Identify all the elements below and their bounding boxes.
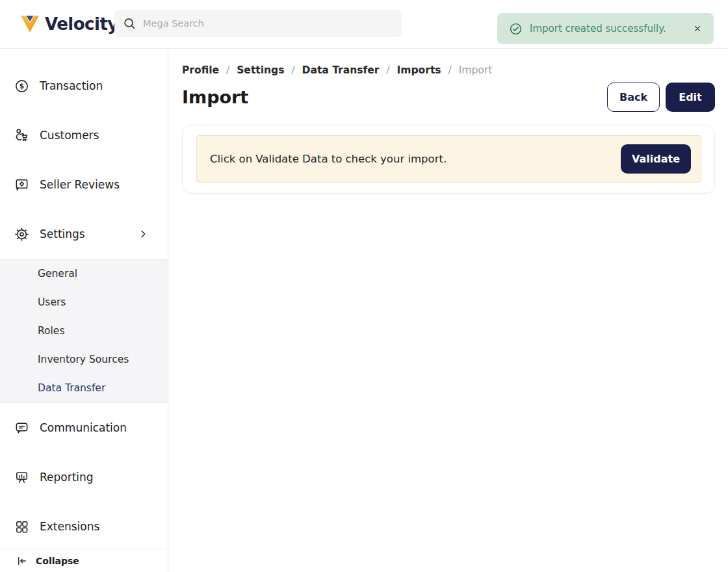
sidebar-item-communication[interactable]: Communication (0, 403, 168, 452)
search-icon (122, 16, 136, 31)
toast-message: Import created successfully. (530, 23, 666, 34)
brand-logo[interactable]: Velocity (20, 14, 118, 34)
back-button[interactable]: Back (607, 83, 660, 112)
sidebar-item-reporting[interactable]: Reporting (0, 452, 168, 502)
sidebar-item-label: Communication (40, 421, 127, 434)
review-bubble-icon (14, 177, 29, 192)
validate-button[interactable]: Validate (621, 144, 691, 174)
collapse-arrow-icon (16, 555, 28, 567)
collapse-button[interactable]: Collapse (0, 549, 168, 572)
success-toast: Import created successfully. (497, 13, 714, 44)
chat-bubble-icon (14, 421, 29, 436)
breadcrumb-profile[interactable]: Profile (182, 64, 219, 76)
breadcrumb-imports[interactable]: Imports (397, 64, 441, 76)
edit-button[interactable]: Edit (666, 83, 715, 112)
sidebar-item-transaction[interactable]: $ Transaction (0, 61, 168, 110)
title-row: Import Back Edit (182, 83, 715, 112)
toast-close-button[interactable] (690, 21, 705, 36)
breadcrumb-separator: / (448, 64, 452, 76)
close-icon (693, 24, 702, 33)
breadcrumb-separator: / (386, 64, 389, 76)
breadcrumb-separator: / (226, 64, 229, 76)
breadcrumb: Profile / Settings / Data Transfer / Imp… (182, 64, 715, 76)
sidebar: $ Transaction Customers Seller Reviews (0, 49, 168, 572)
svg-text:$: $ (20, 82, 24, 90)
submenu-item-data-transfer[interactable]: Data Transfer (0, 374, 168, 402)
breadcrumb-settings[interactable]: Settings (237, 64, 284, 76)
brand-name: Velocity (45, 14, 118, 34)
submenu-item-users[interactable]: Users (0, 288, 168, 317)
sidebar-item-label: Settings (40, 228, 85, 240)
sidebar-item-label: Reporting (40, 471, 94, 484)
validate-notice: Click on Validate Data to check your imp… (196, 135, 701, 183)
search-bar[interactable] (114, 10, 402, 37)
submenu-item-inventory-sources[interactable]: Inventory Sources (0, 345, 168, 374)
sidebar-item-customers[interactable]: Customers (0, 110, 168, 160)
sidebar-item-label: Transaction (40, 79, 103, 92)
sidebar-item-label: Seller Reviews (40, 178, 120, 191)
submenu-item-general[interactable]: General (0, 259, 168, 288)
sidebar-item-label: Extensions (40, 520, 99, 533)
sidebar-item-settings[interactable]: Settings (0, 209, 168, 259)
search-input[interactable] (143, 18, 394, 29)
grid-squares-icon (14, 519, 29, 534)
chevron-right-icon (138, 229, 148, 239)
collapse-label: Collapse (36, 556, 79, 566)
dollar-circle-icon: $ (14, 79, 29, 94)
velocity-logo-icon (20, 15, 40, 33)
gear-icon (14, 227, 29, 242)
presentation-board-icon (14, 470, 29, 485)
sidebar-item-label: Customers (40, 129, 99, 142)
top-header: Velocity Import created successfully. (0, 0, 728, 49)
breadcrumb-separator: / (291, 64, 294, 76)
breadcrumb-data-transfer[interactable]: Data Transfer (302, 64, 380, 76)
main-content: Profile / Settings / Data Transfer / Imp… (168, 49, 728, 572)
check-circle-icon (509, 22, 523, 36)
sidebar-item-extensions[interactable]: Extensions (0, 502, 168, 551)
submenu-item-roles[interactable]: Roles (0, 317, 168, 345)
validate-notice-text: Click on Validate Data to check your imp… (210, 153, 447, 165)
sidebar-item-seller-reviews[interactable]: Seller Reviews (0, 160, 168, 209)
page-actions: Back Edit (607, 83, 715, 112)
import-card: Click on Validate Data to check your imp… (182, 125, 715, 194)
breadcrumb-import-current: Import (459, 64, 492, 76)
page-title: Import (182, 87, 248, 107)
settings-submenu: General Users Roles Inventory Sources Da… (0, 259, 168, 403)
customer-cart-icon (14, 128, 29, 143)
